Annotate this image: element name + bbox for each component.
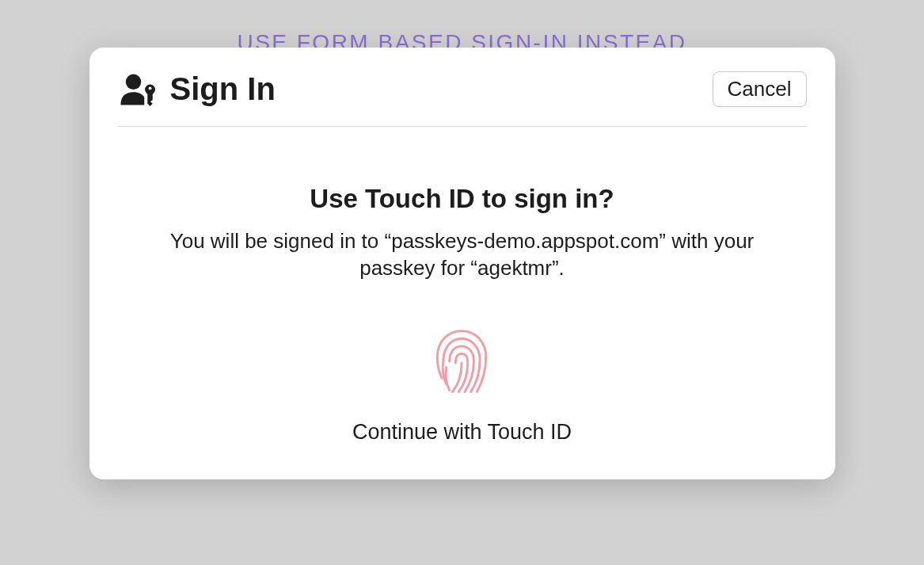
cancel-button[interactable]: Cancel	[713, 71, 807, 107]
dialog-body-title: Use Touch ID to sign in?	[310, 184, 614, 214]
fingerprint-icon	[424, 325, 500, 401]
svg-point-2	[148, 86, 151, 90]
dialog-body: Use Touch ID to sign in? You will be sig…	[118, 127, 807, 445]
dialog-title: Sign In	[170, 71, 276, 107]
dialog-body-description: You will be signed in to “passkeys-demo.…	[162, 228, 763, 282]
continue-touch-id-label: Continue with Touch ID	[352, 420, 572, 445]
dialog-header: Sign In Cancel	[118, 71, 807, 127]
dialog-header-left: Sign In	[118, 71, 276, 107]
signin-dialog: Sign In Cancel Use Touch ID to sign in? …	[89, 48, 835, 479]
svg-point-0	[125, 74, 140, 89]
touch-id-button[interactable]: Continue with Touch ID	[352, 325, 572, 445]
passkey-icon	[118, 73, 159, 106]
